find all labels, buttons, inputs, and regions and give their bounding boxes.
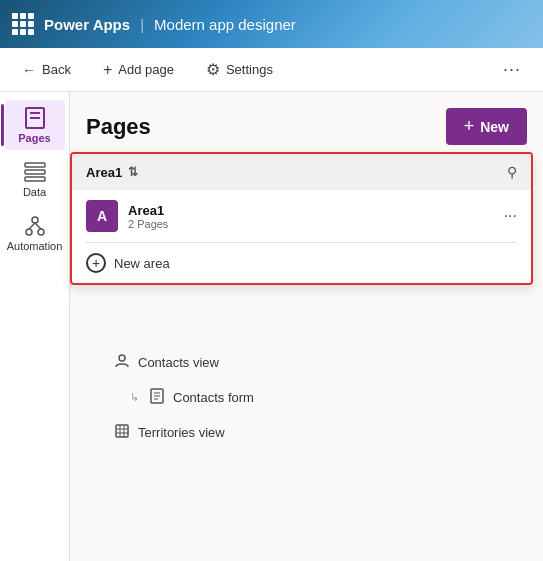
- add-icon: +: [103, 61, 112, 79]
- svg-line-7: [35, 223, 41, 229]
- new-button[interactable]: + New: [446, 108, 527, 145]
- sidebar-item-automation[interactable]: Automation: [5, 208, 65, 258]
- settings-button[interactable]: ⚙ Settings: [200, 56, 279, 83]
- pages-header: Pages + New: [86, 108, 527, 145]
- person-icon: [114, 353, 130, 372]
- sidebar-data-label: Data: [23, 186, 46, 198]
- svg-line-6: [29, 223, 35, 229]
- area-avatar: A: [86, 200, 118, 232]
- gear-icon: ⚙: [206, 60, 220, 79]
- svg-rect-13: [116, 425, 128, 437]
- area-dropdown: Area1 ⇅ ⚲ A Area1 2 Pages ··· +: [70, 152, 533, 285]
- list-item[interactable]: Contacts view: [86, 345, 527, 380]
- area-chevron-icon[interactable]: ⇅: [128, 165, 138, 179]
- contacts-view-label: Contacts view: [138, 355, 219, 370]
- automation-icon: [23, 214, 47, 238]
- sidebar-automation-label: Automation: [7, 240, 63, 252]
- territories-view-label: Territories view: [138, 425, 225, 440]
- sidebar: Pages Data: [0, 92, 70, 561]
- dropdown-header: Area1 ⇅ ⚲: [72, 154, 531, 190]
- new-plus-icon: +: [464, 116, 475, 137]
- back-button[interactable]: ← Back: [16, 58, 77, 82]
- svg-point-5: [38, 229, 44, 235]
- area-count: 2 Pages: [128, 218, 494, 230]
- sub-arrow-icon: ↳: [130, 391, 139, 404]
- app-name: Power Apps: [44, 16, 130, 33]
- back-label: Back: [42, 62, 71, 77]
- add-page-label: Add page: [118, 62, 174, 77]
- area1-item[interactable]: A Area1 2 Pages ···: [72, 190, 531, 242]
- area-name: Area1: [128, 203, 494, 218]
- module-name: Modern app designer: [154, 16, 296, 33]
- toolbar: ← Back + Add page ⚙ Settings ···: [0, 48, 543, 92]
- new-area-button[interactable]: + New area: [72, 243, 531, 283]
- svg-point-4: [26, 229, 32, 235]
- new-area-label: New area: [114, 256, 170, 271]
- sidebar-item-pages[interactable]: Pages: [5, 100, 65, 150]
- sidebar-pages-label: Pages: [18, 132, 50, 144]
- list-item[interactable]: ↳ Contacts form: [86, 380, 527, 415]
- list-item[interactable]: Territories view: [86, 415, 527, 450]
- back-arrow-icon: ←: [22, 62, 36, 78]
- new-button-label: New: [480, 119, 509, 135]
- area-label-text: Area1: [86, 165, 122, 180]
- area-label-row: Area1 ⇅: [86, 165, 138, 180]
- page-title: Pages: [86, 114, 151, 140]
- area-info: Area1 2 Pages: [128, 203, 494, 230]
- main-layout: Pages Data: [0, 92, 543, 561]
- more-icon: ···: [503, 59, 521, 80]
- sidebar-item-data[interactable]: Data: [5, 154, 65, 204]
- more-button[interactable]: ···: [497, 55, 527, 84]
- territories-icon: [114, 423, 130, 442]
- new-area-plus-icon: +: [86, 253, 106, 273]
- svg-rect-2: [25, 177, 45, 181]
- settings-label: Settings: [226, 62, 273, 77]
- data-icon: [23, 160, 47, 184]
- page-list: Contacts view ↳ Contacts form Territorie…: [86, 345, 527, 450]
- svg-point-8: [119, 355, 125, 361]
- header-divider: |: [140, 16, 144, 33]
- pages-icon: [23, 106, 47, 130]
- grid-icon[interactable]: [12, 13, 34, 35]
- add-page-button[interactable]: + Add page: [97, 57, 180, 83]
- form-icon: [149, 388, 165, 407]
- svg-rect-0: [25, 163, 45, 167]
- content-area: Pages + New Area1 ⇅ ⚲ A A: [70, 92, 543, 561]
- contacts-form-label: Contacts form: [173, 390, 254, 405]
- search-icon[interactable]: ⚲: [507, 164, 517, 180]
- svg-point-3: [32, 217, 38, 223]
- top-header: Power Apps | Modern app designer: [0, 0, 543, 48]
- svg-rect-1: [25, 170, 45, 174]
- area-more-icon[interactable]: ···: [504, 207, 517, 225]
